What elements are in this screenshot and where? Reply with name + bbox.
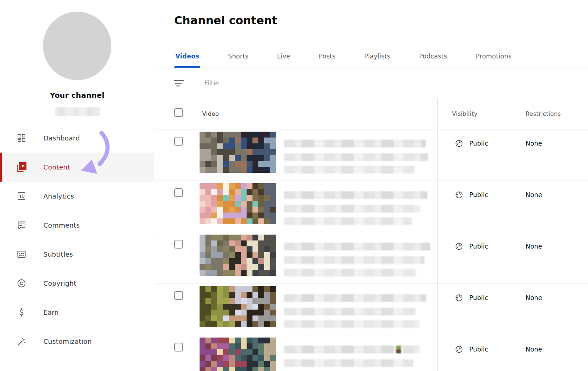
sidebar-item-label: Subtitles <box>43 240 73 269</box>
content-tabs: VideosShortsLivePostsPlaylistsPodcastsPr… <box>155 47 588 68</box>
redacted-title-line <box>284 191 427 199</box>
youtube-studio-channel-content: Your channel DashboardContentAnalyticsCo… <box>0 0 588 371</box>
video-row: PublicNone <box>155 181 588 232</box>
sidebar-item-dashboard[interactable]: Dashboard <box>0 124 154 153</box>
sidebar-item-label: Content <box>43 153 70 182</box>
redacted-title-line <box>284 294 426 302</box>
restrictions-value: None <box>526 345 542 354</box>
video-thumbnail-redacted[interactable] <box>200 338 276 371</box>
globe-icon <box>455 345 463 354</box>
content-icon <box>17 162 26 172</box>
tab-live[interactable]: Live <box>277 47 290 68</box>
row-checkbox[interactable] <box>174 188 183 197</box>
column-header-video: Video <box>202 98 219 129</box>
redacted-title-line <box>284 205 420 213</box>
row-checkbox[interactable] <box>174 137 183 146</box>
redacted-title-line <box>284 320 419 328</box>
sidebar-item-label: Comments <box>43 211 80 240</box>
sidebar-menu: DashboardContentAnalyticsCommentsSubtitl… <box>0 124 154 356</box>
video-table-body: PublicNonePublicNonePublicNonePublicNone… <box>155 129 588 371</box>
video-thumbnail-redacted[interactable] <box>200 235 276 276</box>
restrictions-value: None <box>526 293 542 302</box>
sidebar-item-customization[interactable]: Customization <box>0 327 154 356</box>
channel-content-main: Channel content VideosShortsLivePostsPla… <box>155 0 588 371</box>
analytics-icon <box>17 191 26 201</box>
video-thumbnail-redacted[interactable] <box>200 183 276 224</box>
redacted-title-line <box>284 166 415 174</box>
sidebar-item-label: Earn <box>43 298 59 327</box>
globe-icon <box>455 139 463 148</box>
row-checkbox[interactable] <box>174 343 183 352</box>
select-all-checkbox[interactable] <box>174 108 183 117</box>
restrictions-value: None <box>526 190 542 199</box>
sidebar-item-label: Copyright <box>43 269 76 298</box>
column-header-visibility: Visibility <box>452 98 477 129</box>
sidebar: Your channel DashboardContentAnalyticsCo… <box>0 0 154 371</box>
tab-posts[interactable]: Posts <box>319 47 336 68</box>
subtitles-icon <box>17 249 26 259</box>
tab-promotions[interactable]: Promotions <box>476 47 512 68</box>
column-header-restrictions: Restrictions <box>526 98 561 129</box>
globe-icon <box>455 293 463 302</box>
video-row: PublicNone <box>155 284 588 335</box>
visibility-value[interactable]: Public <box>469 139 488 148</box>
filter-bar[interactable]: Filter <box>155 68 588 98</box>
visibility-value[interactable]: Public <box>469 242 488 251</box>
video-row: PublicNone <box>155 129 588 181</box>
video-row: PublicNone <box>155 335 588 371</box>
globe-icon <box>455 242 463 251</box>
sidebar-item-comments[interactable]: Comments <box>0 211 154 240</box>
sidebar-item-content[interactable]: Content <box>0 153 154 182</box>
tab-shorts[interactable]: Shorts <box>228 47 248 68</box>
redacted-title-line <box>284 256 424 264</box>
channel-avatar[interactable] <box>43 12 111 80</box>
tab-videos[interactable]: Videos <box>175 47 199 68</box>
sidebar-item-earn[interactable]: Earn <box>0 298 154 327</box>
your-channel-label: Your channel <box>0 91 154 100</box>
tab-podcasts[interactable]: Podcasts <box>419 47 447 68</box>
redacted-title-line <box>284 269 416 277</box>
channel-name-redacted <box>55 107 100 116</box>
sidebar-item-analytics[interactable]: Analytics <box>0 182 154 211</box>
video-row: PublicNone <box>155 232 588 284</box>
title-color-fleck <box>396 346 401 353</box>
restrictions-value: None <box>526 242 542 251</box>
customization-icon <box>17 336 26 346</box>
sidebar-item-copyright[interactable]: Copyright <box>0 269 154 298</box>
visibility-value[interactable]: Public <box>469 345 488 354</box>
redacted-title-line <box>284 217 412 225</box>
sidebar-item-label: Dashboard <box>43 124 80 153</box>
restrictions-value: None <box>526 139 542 148</box>
redacted-title-line <box>284 308 416 315</box>
sidebar-item-label: Customization <box>43 327 92 356</box>
sidebar-item-label: Analytics <box>43 182 74 211</box>
column-divider <box>437 98 438 371</box>
visibility-value[interactable]: Public <box>469 293 488 302</box>
visibility-value[interactable]: Public <box>469 190 488 199</box>
comments-icon <box>17 220 26 230</box>
copyright-icon <box>17 278 26 288</box>
redacted-title-line <box>284 346 419 353</box>
globe-icon <box>455 190 463 199</box>
redacted-title-line <box>284 359 413 367</box>
redacted-title-line <box>284 243 430 250</box>
dashboard-icon <box>17 133 26 143</box>
row-checkbox[interactable] <box>174 291 183 300</box>
filter-icon <box>174 80 184 87</box>
filter-placeholder: Filter <box>204 68 220 98</box>
sidebar-item-subtitles[interactable]: Subtitles <box>0 240 154 269</box>
redacted-title-line <box>284 153 428 161</box>
video-thumbnail-redacted[interactable] <box>200 286 276 327</box>
page-title: Channel content <box>174 13 277 28</box>
earn-icon <box>17 307 26 317</box>
row-checkbox[interactable] <box>174 240 183 249</box>
video-thumbnail-redacted[interactable] <box>200 132 276 173</box>
table-header: Video Visibility Restrictions <box>155 98 588 129</box>
redacted-title-line <box>284 140 426 147</box>
tab-playlists[interactable]: Playlists <box>364 47 390 68</box>
